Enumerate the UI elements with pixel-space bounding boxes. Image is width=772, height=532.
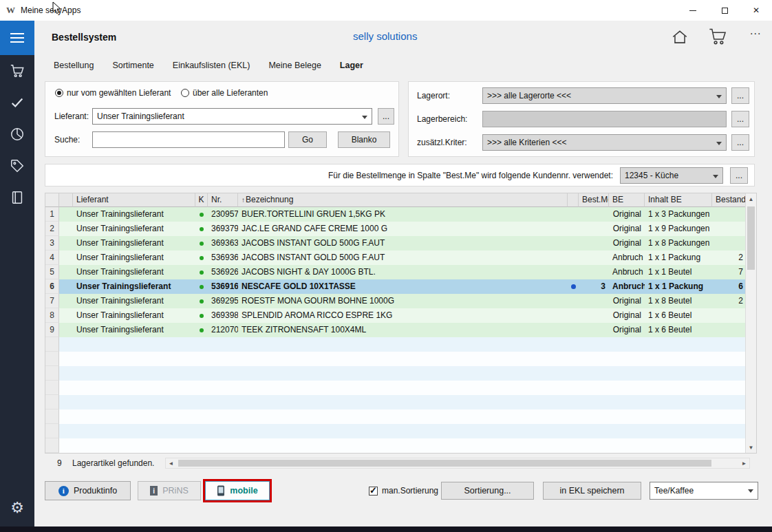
- lagerbereich-more-button[interactable]: ...: [731, 111, 749, 127]
- cell-num[interactable]: 5: [45, 265, 59, 279]
- sortierung-button[interactable]: Sortierung...: [441, 482, 534, 500]
- sidebar-item-labels[interactable]: [0, 150, 34, 182]
- cell-be[interactable]: Original: [609, 222, 645, 236]
- table-row[interactable]: 4Unser Trainingslieferant5369363JACOBS I…: [45, 251, 756, 265]
- column-header-dot[interactable]: [568, 193, 579, 207]
- cell-lieferant[interactable]: Unser Trainingslieferant: [73, 222, 195, 236]
- cell-bestme[interactable]: [579, 308, 609, 323]
- cell-bez[interactable]: TEEK ZITRONENSAFT 100X4ML: [238, 323, 568, 337]
- cell-k[interactable]: [195, 251, 208, 265]
- tab-sortimente[interactable]: Sortimente: [112, 61, 153, 70]
- kundennr-more-button[interactable]: ...: [730, 167, 748, 184]
- tab-meine-belege[interactable]: Meine Belege: [268, 61, 321, 70]
- cell-nr[interactable]: 212070: [208, 323, 238, 337]
- cell-bez[interactable]: JAC.LE GRAND CAFE CREME 1000 G: [238, 222, 568, 236]
- mobile-button[interactable]: mobile: [205, 481, 270, 500]
- cell-bestme[interactable]: [579, 236, 609, 251]
- cell-bestme[interactable]: [579, 294, 609, 308]
- home-button[interactable]: [671, 28, 689, 46]
- cell-num[interactable]: 3: [45, 236, 59, 251]
- cell-dot[interactable]: [568, 294, 579, 308]
- lagerort-more-button[interactable]: ...: [731, 87, 749, 104]
- cell-nr[interactable]: 230957: [208, 207, 238, 222]
- cell-dot[interactable]: [568, 265, 579, 279]
- man-sortierung-checkbox[interactable]: man.Sortierung: [369, 486, 438, 496]
- category-combobox[interactable]: Tee/Kaffee: [650, 482, 758, 500]
- cell-ind[interactable]: [59, 265, 73, 279]
- cell-lieferant[interactable]: Unser Trainingslieferant: [73, 265, 195, 279]
- cell-lieferant[interactable]: Unser Trainingslieferant: [73, 207, 195, 222]
- maximize-button[interactable]: [709, 0, 740, 21]
- table-row[interactable]: 6Unser Trainingslieferant5369169NESCAFE …: [45, 279, 756, 294]
- cell-bez[interactable]: NESCAFE GOLD 10X1TASSE: [238, 279, 568, 294]
- cell-bestme[interactable]: [579, 323, 609, 337]
- table-empty-row[interactable]: [45, 409, 756, 424]
- cell-k[interactable]: [195, 222, 208, 236]
- lieferant-combobox[interactable]: Unser Trainingslieferant: [92, 108, 372, 125]
- cell-inhalt[interactable]: 1 x 1 Packung: [645, 279, 712, 294]
- scroll-left-button[interactable]: ◄: [166, 458, 176, 468]
- cell-nr[interactable]: 5369363: [208, 251, 238, 265]
- cell-dot[interactable]: [568, 308, 579, 323]
- scroll-right-button[interactable]: ►: [739, 458, 749, 468]
- cell-bestand[interactable]: [712, 323, 747, 337]
- table-row[interactable]: 3Unser Trainingslieferant369363JACOBS IN…: [45, 236, 756, 251]
- cell-num[interactable]: 1: [45, 207, 59, 222]
- cell-be[interactable]: Anbruch: [609, 265, 645, 279]
- header-more-button[interactable]: ...: [750, 25, 761, 37]
- produktinfo-button[interactable]: i Produktinfo: [45, 481, 131, 500]
- table-row[interactable]: 1Unser Trainingslieferant230957BUER.TORT…: [45, 207, 756, 222]
- table-empty-row[interactable]: [45, 352, 756, 366]
- cell-nr[interactable]: 369379: [208, 222, 238, 236]
- cell-ind[interactable]: [59, 308, 73, 323]
- cell-num[interactable]: 8: [45, 308, 59, 323]
- cell-num[interactable]: 6: [45, 279, 59, 294]
- cell-bestand[interactable]: 6: [712, 279, 747, 294]
- cell-k[interactable]: [195, 308, 208, 323]
- cell-k[interactable]: [195, 294, 208, 308]
- cell-inhalt[interactable]: 1 x 9 Packungen: [645, 222, 712, 236]
- table-row[interactable]: 5Unser Trainingslieferant5369265JACOBS N…: [45, 265, 756, 279]
- cell-bestme[interactable]: [579, 222, 609, 236]
- table-empty-row[interactable]: [45, 395, 756, 409]
- table-empty-row[interactable]: [45, 438, 756, 453]
- hamburger-menu-button[interactable]: [0, 21, 34, 55]
- column-header-be[interactable]: BE: [609, 193, 645, 207]
- cell-lieferant[interactable]: Unser Trainingslieferant: [73, 308, 195, 323]
- cell-nr[interactable]: 369295: [208, 294, 238, 308]
- blanko-button[interactable]: Blanko: [338, 131, 390, 148]
- cell-lieferant[interactable]: Unser Trainingslieferant: [73, 279, 195, 294]
- cell-bez[interactable]: BUER.TORTELLINI GRUEN 1,5KG PK: [238, 207, 568, 222]
- column-header-inhalt[interactable]: Inhalt BE: [645, 193, 712, 207]
- sidebar-item-statistics[interactable]: [0, 118, 34, 150]
- ekl-speichern-button[interactable]: in EKL speichern: [543, 482, 641, 500]
- tab-bestellung[interactable]: Bestellung: [54, 61, 94, 70]
- cell-bestand[interactable]: 2: [712, 294, 747, 308]
- column-header-nr[interactable]: Nr.: [208, 193, 238, 207]
- cell-lieferant[interactable]: Unser Trainingslieferant: [73, 236, 195, 251]
- cell-ind[interactable]: [59, 323, 73, 337]
- cell-be[interactable]: Original: [609, 236, 645, 251]
- cell-inhalt[interactable]: 1 x 6 Beutel: [645, 308, 712, 323]
- radio-all-suppliers[interactable]: über alle Lieferanten: [181, 88, 268, 98]
- windows-taskbar[interactable]: [0, 526, 772, 532]
- cell-be[interactable]: Anbruch: [609, 279, 645, 294]
- cell-dot[interactable]: [568, 222, 579, 236]
- cell-ind[interactable]: [59, 236, 73, 251]
- cell-be[interactable]: Original: [609, 308, 645, 323]
- cell-k[interactable]: [195, 207, 208, 222]
- table-empty-row[interactable]: [45, 424, 756, 438]
- cell-inhalt[interactable]: 1 x 8 Beutel: [645, 294, 712, 308]
- cell-be[interactable]: Original: [609, 207, 645, 222]
- cell-nr[interactable]: 5369169: [208, 279, 238, 294]
- sidebar-item-tasks[interactable]: [0, 87, 34, 118]
- search-input[interactable]: [92, 131, 285, 148]
- kundennr-combobox[interactable]: 12345 - Küche: [620, 167, 723, 184]
- cell-k[interactable]: [195, 265, 208, 279]
- cell-inhalt[interactable]: 1 x 1 Beutel: [645, 265, 712, 279]
- scroll-down-button[interactable]: ▼: [746, 442, 756, 453]
- cell-dot[interactable]: [568, 279, 579, 294]
- cell-ind[interactable]: [59, 222, 73, 236]
- cell-bestme[interactable]: [579, 251, 609, 265]
- cell-dot[interactable]: [568, 251, 579, 265]
